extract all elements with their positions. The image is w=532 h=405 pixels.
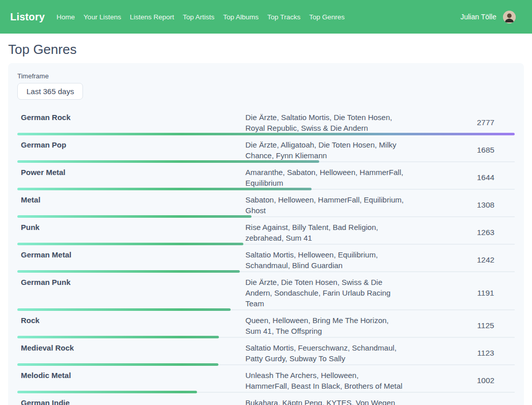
top-navbar: Listory Home Your Listens Listens Report… <box>0 0 532 34</box>
genre-artists: Bukahara, Käptn Peng, KYTES, Von Wegen L… <box>245 397 408 405</box>
genre-name: Medieval Rock <box>21 342 245 364</box>
genre-artists: Rise Against, Billy Talent, Bad Religion… <box>245 222 408 243</box>
genre-count: 1002 <box>408 376 515 385</box>
genre-count: 1263 <box>408 228 515 237</box>
genre-artists: Amaranthe, Sabaton, Helloween, HammerFal… <box>245 167 408 188</box>
timeframe-label: Timeframe <box>17 72 515 80</box>
genre-artists: Saltatio Mortis, Helloween, Equilibrium,… <box>245 249 408 271</box>
table-row: Metal Sabaton, Helloween, HammerFall, Eq… <box>8 190 524 218</box>
table-row: German Punk Die Ärzte, Die Toten Hosen, … <box>8 273 524 311</box>
app-logo[interactable]: Listory <box>10 11 45 23</box>
genre-count: 1191 <box>408 288 515 298</box>
table-row: Rock Queen, Helloween, Bring Me The Hori… <box>8 311 524 338</box>
genre-name: German Metal <box>21 249 245 271</box>
genre-name: Rock <box>21 315 245 336</box>
user-menu[interactable]: Julian Tölle <box>460 11 516 23</box>
nav-item-top-albums[interactable]: Top Albums <box>223 13 259 21</box>
nav-item-your-listens[interactable]: Your Listens <box>83 13 121 21</box>
genre-artists: Die Ärzte, Die Toten Hosen, Swiss & Die … <box>245 277 408 309</box>
genre-artists: Queen, Helloween, Bring Me The Horizon, … <box>245 315 408 336</box>
genre-name: German Punk <box>21 277 245 309</box>
table-row: Punk Rise Against, Billy Talent, Bad Rel… <box>8 218 524 245</box>
timeframe-select[interactable]: Last 365 days <box>17 83 83 100</box>
nav-item-top-tracks[interactable]: Top Tracks <box>267 13 300 21</box>
nav-item-top-genres[interactable]: Top Genres <box>309 13 345 21</box>
table-row: German Indie Bukahara, Käptn Peng, KYTES… <box>8 393 524 405</box>
genre-artists: Die Ärzte, Saltatio Mortis, Die Toten Ho… <box>245 112 408 133</box>
genre-name: Metal <box>21 194 245 216</box>
nav-item-home[interactable]: Home <box>57 13 75 21</box>
genre-count: 1242 <box>408 255 515 265</box>
genre-name: Melodic Metal <box>21 370 245 391</box>
genre-artists: Saltatio Mortis, Feuerschwanz, Schandmau… <box>245 342 408 364</box>
timeframe-filter: Timeframe Last 365 days <box>8 72 524 100</box>
genre-count: 1644 <box>408 173 515 182</box>
genre-artists: Sabaton, Helloween, HammerFall, Equilibr… <box>245 194 408 216</box>
table-row: German Pop Die Ärzte, Alligatoah, Die To… <box>8 135 524 163</box>
genre-count: 2777 <box>408 118 515 127</box>
genre-count: 1308 <box>408 200 515 210</box>
table-row: German Metal Saltatio Mortis, Helloween,… <box>8 245 524 273</box>
nav-item-top-artists[interactable]: Top Artists <box>183 13 214 21</box>
user-avatar-icon[interactable] <box>503 11 516 23</box>
nav-item-listens-report[interactable]: Listens Report <box>130 13 174 21</box>
table-row: German Rock Die Ärzte, Saltatio Mortis, … <box>8 108 524 135</box>
genre-name: German Pop <box>21 139 245 161</box>
table-row: Melodic Metal Unleash The Archers, Hello… <box>8 366 524 393</box>
genre-artists: Unleash The Archers, Helloween, HammerFa… <box>245 370 408 391</box>
genre-table: German Rock Die Ärzte, Saltatio Mortis, … <box>8 108 524 405</box>
genre-count: 1125 <box>408 321 515 330</box>
genre-artists: Die Ärzte, Alligatoah, Die Toten Hosen, … <box>245 139 408 161</box>
page-content: Top Genres Timeframe Last 365 days Germa… <box>0 42 532 405</box>
genre-count: 1685 <box>408 146 515 155</box>
table-row: Power Metal Amaranthe, Sabaton, Hellowee… <box>8 163 524 190</box>
main-nav: Home Your Listens Listens Report Top Art… <box>57 12 345 21</box>
page-title: Top Genres <box>8 42 524 57</box>
genre-name: German Indie <box>21 397 245 405</box>
top-genres-card: Timeframe Last 365 days German Rock Die … <box>8 63 524 405</box>
user-name: Julian Tölle <box>460 13 496 21</box>
genre-name: Power Metal <box>21 167 245 188</box>
table-row: Medieval Rock Saltatio Mortis, Feuerschw… <box>8 338 524 366</box>
genre-name: German Rock <box>21 112 245 133</box>
genre-name: Punk <box>21 222 245 243</box>
genre-count: 1123 <box>408 349 515 358</box>
